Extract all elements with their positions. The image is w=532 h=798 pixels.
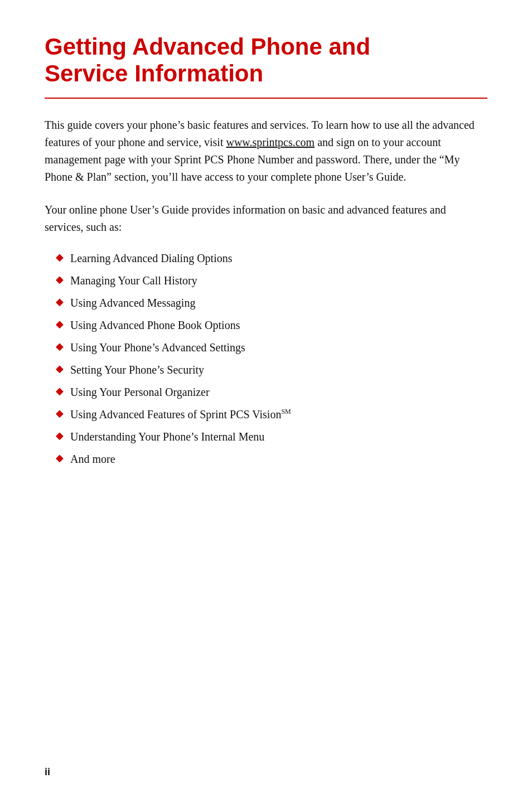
list-item: ◆ Using Your Phone’s Advanced Settings: [56, 338, 487, 356]
diamond-icon: ◆: [56, 249, 64, 265]
sprintpcs-link[interactable]: www.sprintpcs.com: [226, 136, 315, 148]
list-item: ◆ Using Your Personal Organizer: [56, 383, 487, 401]
diamond-icon: ◆: [56, 428, 64, 444]
diamond-icon: ◆: [56, 338, 64, 355]
list-item-text: Using Advanced Features of Sprint PCS Vi…: [70, 405, 487, 423]
diamond-icon: ◆: [56, 361, 64, 377]
list-item: ◆ Managing Your Call History: [56, 272, 487, 289]
diamond-icon: ◆: [56, 383, 64, 399]
list-item-text: Setting Your Phone’s Security: [70, 361, 487, 379]
list-item-text: Learning Advanced Dialing Options: [70, 249, 487, 267]
list-item-text: Using Advanced Phone Book Options: [70, 316, 487, 334]
list-item-text: Using Your Personal Organizer: [70, 383, 487, 401]
list-item: ◆ Using Advanced Messaging: [56, 294, 487, 312]
list-item: ◆ Using Advanced Features of Sprint PCS …: [56, 405, 487, 423]
list-item: ◆ Setting Your Phone’s Security: [56, 361, 487, 379]
title-divider: [45, 98, 487, 99]
diamond-icon: ◆: [56, 450, 64, 466]
page-title: Getting Advanced Phone and Service Infor…: [45, 33, 487, 88]
features-intro-paragraph: Your online phone User’s Guide provides …: [45, 201, 487, 236]
list-item: ◆ And more: [56, 450, 487, 468]
list-item-text: Understanding Your Phone’s Internal Menu: [70, 428, 487, 446]
list-item: ◆ Using Advanced Phone Book Options: [56, 316, 487, 334]
diamond-icon: ◆: [56, 272, 64, 288]
list-item: ◆ Understanding Your Phone’s Internal Me…: [56, 428, 487, 446]
list-item: ◆ Learning Advanced Dialing Options: [56, 249, 487, 267]
list-item-text: Using Advanced Messaging: [70, 294, 487, 312]
list-item-text: And more: [70, 450, 487, 468]
list-item-text: Using Your Phone’s Advanced Settings: [70, 338, 487, 356]
diamond-icon: ◆: [56, 405, 64, 422]
diamond-icon: ◆: [56, 294, 64, 310]
diamond-icon: ◆: [56, 316, 64, 332]
list-item-text: Managing Your Call History: [70, 272, 487, 289]
page: Getting Advanced Phone and Service Infor…: [0, 0, 532, 798]
intro-paragraph-1: This guide covers your phone’s basic fea…: [45, 117, 487, 186]
page-number: ii: [45, 766, 50, 778]
features-list: ◆ Learning Advanced Dialing Options ◆ Ma…: [45, 249, 487, 468]
